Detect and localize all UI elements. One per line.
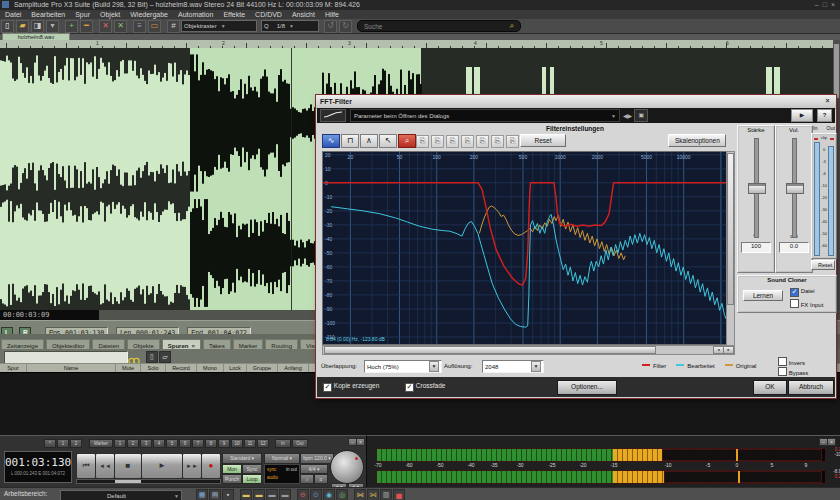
plugin-icon[interactable]: ▥ [380, 489, 392, 500]
solo-icon[interactable]: ⊙ [310, 489, 322, 500]
help-button[interactable]: ? [817, 109, 832, 122]
search-input[interactable]: Suche⌕ [357, 20, 521, 32]
menu-cddvd[interactable]: CD/DVD [250, 10, 287, 19]
new-track-icon[interactable]: ▯ [146, 351, 158, 363]
crossfade-checkbox-row[interactable]: ✓ Crossfade [405, 382, 445, 392]
tempo-mode-combobox[interactable]: Normal ▾ [264, 453, 300, 464]
search-icon[interactable]: ⌕ [510, 21, 514, 31]
invers-checkbox-row[interactable]: Invers [778, 357, 805, 366]
scrollbar-thumb[interactable] [324, 346, 656, 354]
play-button[interactable]: ► [141, 453, 183, 479]
window-button[interactable]: – [815, 1, 819, 8]
punch-out-button[interactable]: Out [292, 439, 308, 448]
vol-slider-thumb[interactable] [786, 183, 804, 194]
open-file-icon[interactable]: ▰ [16, 20, 29, 33]
tab-spuren[interactable]: Spuren× [162, 339, 201, 349]
grab-tool[interactable]: ↖ [379, 134, 397, 148]
menu-effekte[interactable]: Effekte [218, 10, 250, 19]
step-draw-tool[interactable]: ⊓ [341, 134, 359, 148]
remix-icon[interactable]: ▭ [148, 20, 161, 33]
paste-add-icon[interactable]: ⎘ [476, 135, 489, 148]
marker-7-button[interactable]: 7 [192, 439, 204, 448]
ueberlappung-combobox[interactable]: Hoch (75%)▼ [364, 360, 442, 373]
timesig-combobox[interactable]: 4/4 ▾ [300, 464, 328, 474]
copy-left-icon[interactable]: ⎘ [431, 135, 444, 148]
undo-icon[interactable]: ↺ [324, 20, 337, 33]
datei-checkbox[interactable]: ✓ [790, 288, 799, 297]
aufloesung-combobox[interactable]: 2048▼ [482, 360, 544, 373]
menu-spur[interactable]: Spur [70, 10, 95, 19]
stop-button[interactable]: ■ [114, 453, 142, 479]
fade-in-icon[interactable]: ⋈ [354, 489, 366, 500]
zoom-tool[interactable]: ⌕ [398, 134, 416, 148]
cut-icon[interactable]: ✕ [99, 20, 112, 33]
range-gray2-icon[interactable]: ▬ [279, 489, 291, 500]
tab-objekteditor[interactable]: Objekteditor [46, 339, 90, 349]
scale-options-button[interactable]: Skalenoptionen [668, 134, 726, 147]
mode-combobox[interactable]: Standard ▾ [222, 453, 262, 464]
mixdown-icon[interactable]: ≡ [133, 20, 146, 33]
close-icon[interactable]: × [191, 340, 195, 349]
bpm-combobox[interactable]: bpm 120.0 ▾ [300, 453, 334, 464]
marker-4-button[interactable]: 4 [153, 439, 165, 448]
lernen-button[interactable]: Lernen [743, 290, 783, 301]
marker-9-button[interactable]: 9 [218, 439, 230, 448]
save-preset-icon[interactable]: ▣ [634, 109, 648, 122]
menu-bearbeiten[interactable]: Bearbeiten [26, 10, 70, 19]
mute-icon[interactable]: ⊖ [297, 489, 309, 500]
rewind-button[interactable]: ◄◄ [95, 453, 115, 479]
bypass-checkbox[interactable] [778, 367, 787, 376]
tab-marker[interactable]: Marker [233, 339, 264, 349]
close-icon[interactable]: × [356, 438, 365, 446]
snapshot-icon[interactable]: ⎘ [491, 135, 504, 148]
abbruch-button[interactable]: Abbruch [788, 380, 834, 395]
record-button[interactable]: ● [201, 453, 221, 479]
close-icon[interactable]: × [822, 97, 833, 106]
jog-wheel[interactable] [330, 450, 364, 484]
monitor-eye-icon[interactable]: ◉ [323, 489, 335, 500]
scrub-bar[interactable] [76, 479, 221, 484]
paste-icon[interactable]: ⎘ [461, 135, 474, 148]
click-settings-button[interactable]: ≡ [314, 474, 328, 484]
marker-11-button[interactable]: 11 [244, 439, 256, 448]
window-buttons[interactable]: –□× [813, 0, 837, 10]
freehand-draw-tool[interactable]: ∿ [322, 134, 340, 148]
objektraster-combobox[interactable]: Objektraster▼ [181, 20, 257, 32]
marker-6-button[interactable]: 6 [179, 439, 191, 448]
plot-horizontal-scrollbar[interactable]: ◂ ▸ [322, 345, 735, 355]
kopie-checkbox[interactable]: ✓ [323, 383, 332, 392]
rainbow-visualizer-icon[interactable]: ▅ [393, 489, 405, 500]
delete-track-icon[interactable]: ▱ [159, 351, 171, 363]
invert-display-icon[interactable]: ⎘ [506, 135, 519, 148]
spectrum-plot[interactable]: 20501002005001000200050001000020100-10-2… [322, 151, 727, 345]
datei-checkbox-row[interactable]: ✓ Datei [790, 288, 815, 297]
menu-wiedergabe[interactable]: Wiedergabe [125, 10, 173, 19]
fx-input-checkbox[interactable] [790, 299, 799, 308]
peak-draw-tool[interactable]: ∧ [360, 134, 378, 148]
staerke-value[interactable]: 100 [741, 242, 771, 253]
marker-3-button[interactable]: 3 [140, 439, 152, 448]
manager-grid-icon[interactable]: ▤ [209, 489, 221, 500]
menu-ansicht[interactable]: Ansicht [287, 10, 320, 19]
marker-range2-icon[interactable]: ▬ [253, 489, 265, 500]
workspace-combobox[interactable]: Default ▼ [60, 490, 182, 500]
docker-icon[interactable]: ▪ [222, 489, 234, 500]
object-mode-icon[interactable]: ━ [80, 20, 93, 33]
tab-takes[interactable]: Takes [203, 339, 231, 349]
marker-range-icon[interactable]: ▬ [240, 489, 252, 500]
marker-button[interactable]: Marker [89, 439, 113, 448]
marker-8-button[interactable]: 8 [205, 439, 217, 448]
menu-automation[interactable]: Automation [173, 10, 218, 19]
copy-right-icon[interactable]: ⎘ [446, 135, 459, 148]
scrub-thumb[interactable] [115, 480, 141, 483]
save-icon[interactable]: ◨ [31, 20, 44, 33]
range-gray-icon[interactable]: ▬ [266, 489, 278, 500]
window-button[interactable]: □ [823, 1, 827, 8]
marker-10-button[interactable]: 10 [231, 439, 243, 448]
new-file-icon[interactable]: ▯ [1, 20, 14, 33]
metronome-icon[interactable]: ◎ [336, 489, 348, 500]
marker-5-button[interactable]: 5 [166, 439, 178, 448]
punch-button[interactable]: Punch [222, 474, 242, 484]
vol-value[interactable]: 0.0 [779, 242, 809, 253]
tab-dateien[interactable]: Dateien [92, 339, 125, 349]
